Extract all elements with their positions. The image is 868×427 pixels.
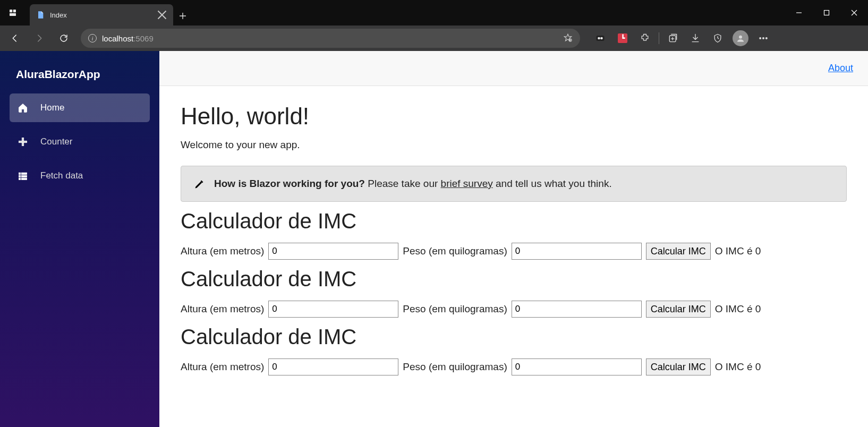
- back-button[interactable]: [4, 28, 25, 49]
- calc-result: O IMC é 0: [715, 303, 761, 315]
- svg-point-6: [598, 37, 600, 39]
- page-icon: [36, 11, 45, 19]
- svg-rect-2: [10, 13, 16, 16]
- survey-text: How is Blazor working for you? Please ta…: [214, 178, 612, 190]
- svg-rect-1: [13, 10, 16, 12]
- refresh-button[interactable]: [53, 28, 74, 49]
- app-brand: AluraBlazorApp: [0, 61, 159, 93]
- altura-label: Altura (em metros): [181, 303, 264, 315]
- calc-button[interactable]: Calcular IMC: [646, 243, 711, 260]
- nav-item-home[interactable]: Home: [10, 93, 150, 122]
- workspaces-icon[interactable]: [0, 0, 25, 25]
- nav-item-label: Counter: [40, 136, 72, 147]
- downloads-icon[interactable]: [685, 28, 706, 49]
- svg-point-12: [766, 38, 768, 39]
- url-text: localhost:5069: [102, 34, 154, 43]
- svg-point-9: [739, 36, 742, 39]
- close-window-button[interactable]: [840, 0, 868, 25]
- altura-label: Altura (em metros): [181, 361, 264, 373]
- svg-rect-17: [19, 175, 21, 177]
- svg-rect-16: [22, 173, 27, 174]
- maximize-button[interactable]: [813, 0, 840, 25]
- browser-toolbar: i localhost:5069 ┗: [0, 25, 868, 51]
- calc-row: Altura (em metros) Peso (em quilogramas)…: [181, 243, 847, 260]
- app-main: About Hello, world! Welcome to your new …: [159, 51, 868, 427]
- page-title: Hello, world!: [181, 103, 847, 130]
- address-bar[interactable]: i localhost:5069: [81, 29, 580, 48]
- peso-input[interactable]: [512, 301, 642, 318]
- svg-rect-20: [22, 178, 27, 180]
- svg-point-11: [763, 38, 764, 39]
- nav-item-label: Fetch data: [40, 170, 83, 181]
- calc-button[interactable]: Calcular IMC: [646, 301, 711, 318]
- extensions-icon[interactable]: [634, 28, 656, 49]
- svg-rect-5: [597, 36, 605, 41]
- nav-item-label: Home: [40, 103, 64, 113]
- svg-rect-0: [10, 10, 12, 12]
- app-topbar: About: [159, 51, 868, 86]
- calc-row: Altura (em metros) Peso (em quilogramas)…: [181, 301, 847, 318]
- calc-row: Altura (em metros) Peso (em quilogramas)…: [181, 358, 847, 375]
- survey-link[interactable]: brief survey: [441, 178, 493, 189]
- about-link[interactable]: About: [828, 63, 853, 74]
- browser-titlebar: Index: [0, 0, 868, 25]
- nav-item-fetch-data[interactable]: Fetch data: [10, 161, 150, 190]
- home-icon: [17, 102, 29, 114]
- welcome-text: Welcome to your new app.: [181, 139, 847, 151]
- svg-rect-3: [824, 11, 829, 15]
- peso-input[interactable]: [512, 243, 642, 260]
- calc-button[interactable]: Calcular IMC: [646, 358, 711, 375]
- ext-badge-icon[interactable]: ┗: [612, 28, 633, 49]
- profile-avatar[interactable]: [733, 30, 748, 46]
- favorite-icon[interactable]: [563, 33, 573, 44]
- altura-label: Altura (em metros): [181, 245, 264, 257]
- app-guard-icon[interactable]: [707, 28, 728, 49]
- calc-result: O IMC é 0: [715, 361, 761, 373]
- altura-input[interactable]: [268, 358, 398, 375]
- list-icon: [17, 170, 29, 182]
- minimize-button[interactable]: [785, 0, 813, 25]
- svg-rect-14: [19, 141, 27, 142]
- window-controls: [785, 0, 868, 25]
- peso-label: Peso (em quilogramas): [403, 303, 507, 315]
- peso-input[interactable]: [512, 358, 642, 375]
- browser-tab-active[interactable]: Index: [30, 4, 173, 25]
- svg-point-7: [601, 37, 602, 39]
- tab-title: Index: [50, 11, 152, 19]
- svg-rect-18: [22, 175, 27, 177]
- nav-item-counter[interactable]: Counter: [10, 127, 150, 156]
- new-tab-button[interactable]: [173, 6, 192, 25]
- peso-label: Peso (em quilogramas): [403, 361, 507, 373]
- forward-button[interactable]: [29, 28, 50, 49]
- calc-heading: Calculador de IMC: [181, 267, 847, 291]
- calc-result: O IMC é 0: [715, 245, 761, 257]
- calc-heading: Calculador de IMC: [181, 325, 847, 349]
- site-info-icon[interactable]: i: [88, 34, 97, 42]
- svg-rect-19: [19, 178, 21, 180]
- app-sidebar: AluraBlazorApp Home Counter Fetch data: [0, 51, 159, 427]
- ext-eyes-icon[interactable]: [590, 28, 611, 49]
- altura-input[interactable]: [268, 243, 398, 260]
- close-icon[interactable]: [157, 10, 167, 20]
- pencil-icon: [194, 179, 205, 190]
- svg-point-10: [760, 38, 761, 39]
- svg-rect-15: [19, 173, 21, 174]
- plus-icon: [17, 136, 29, 148]
- calc-heading: Calculador de IMC: [181, 209, 847, 233]
- survey-banner: How is Blazor working for you? Please ta…: [181, 166, 847, 202]
- collections-icon[interactable]: [662, 28, 684, 49]
- more-icon[interactable]: [753, 28, 774, 49]
- peso-label: Peso (em quilogramas): [403, 245, 507, 257]
- altura-input[interactable]: [268, 301, 398, 318]
